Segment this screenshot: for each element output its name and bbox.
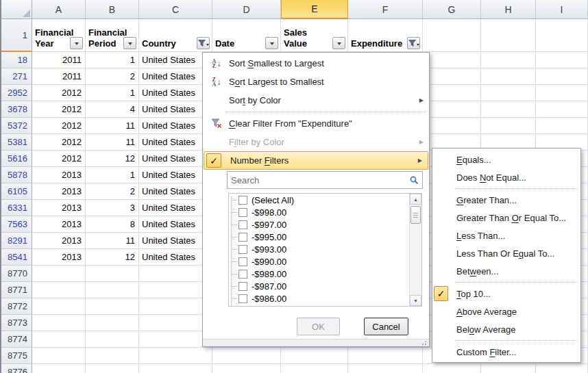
cell-b3678[interactable]: 4 <box>86 101 139 118</box>
cell-i8776[interactable] <box>536 364 588 373</box>
cell-a5616[interactable]: 2012 <box>32 151 86 167</box>
cell-b8776[interactable] <box>86 364 139 373</box>
cell-b2952[interactable]: 1 <box>86 85 139 101</box>
cell-c18[interactable]: United States <box>139 52 212 68</box>
cell-e1-sales-value[interactable]: Sales Value <box>281 19 348 52</box>
cell-g1[interactable] <box>423 19 481 52</box>
row-header-8541[interactable]: 8541 <box>0 249 32 266</box>
cell-e8776[interactable] <box>281 364 348 373</box>
submenu-item-greater-than[interactable]: Greater Than... <box>432 191 580 209</box>
row-header-6105[interactable]: 6105 <box>0 183 32 200</box>
row-header-6331[interactable]: 6331 <box>0 200 32 216</box>
submenu-item-less-than[interactable]: Less Than... <box>432 227 580 244</box>
list-item-990-00[interactable]: -$990.00 <box>229 255 421 268</box>
filter-dropdown-financial-year[interactable] <box>70 37 83 49</box>
checkbox-icon[interactable] <box>238 220 247 229</box>
cell-h2952[interactable] <box>481 85 536 101</box>
cell-d8775[interactable] <box>212 348 281 364</box>
cell-b5878[interactable]: 1 <box>86 167 139 183</box>
list-item-995-00[interactable]: -$995.00 <box>229 231 421 243</box>
resize-grip-icon[interactable] <box>419 340 428 346</box>
cell-a8774[interactable] <box>32 331 86 348</box>
scrollbar-thumb[interactable] <box>411 206 421 224</box>
column-header-g[interactable]: G <box>423 0 481 19</box>
filter-applied-expenditure-button[interactable] <box>407 37 420 49</box>
cell-c5381[interactable]: United States <box>139 134 212 151</box>
row-header-5372[interactable]: 5372 <box>0 118 32 134</box>
cell-a8771[interactable] <box>32 282 86 298</box>
cell-c8770[interactable] <box>139 266 212 282</box>
menu-item-sort-smallest-to-largest[interactable]: AZ↓Sort Smallest to Largest <box>203 54 429 73</box>
cell-g18[interactable] <box>423 52 481 68</box>
row-header-3678[interactable]: 3678 <box>0 101 32 118</box>
cell-d1-date[interactable]: Date <box>212 19 281 52</box>
row-header-18[interactable]: 18 <box>0 52 32 68</box>
cancel-button[interactable]: Cancel <box>364 318 408 335</box>
row-header-5878[interactable]: 5878 <box>0 167 32 183</box>
row-header-5381[interactable]: 5381 <box>0 134 32 151</box>
cell-a8541[interactable]: 2013 <box>32 249 86 266</box>
column-header-i[interactable]: I <box>536 0 588 19</box>
cell-c7563[interactable]: United States <box>139 216 212 233</box>
cell-c5616[interactable]: United States <box>139 151 212 167</box>
cell-a5878[interactable]: 2013 <box>32 167 86 183</box>
checkbox-icon[interactable] <box>238 233 247 242</box>
row-header-271[interactable]: 271 <box>0 68 32 85</box>
cell-a8775[interactable] <box>32 348 86 364</box>
cell-b8774[interactable] <box>86 331 139 348</box>
cell-b6105[interactable]: 2 <box>86 183 139 200</box>
list-scrollbar[interactable]: ▲ ▼ <box>409 194 421 306</box>
scroll-up-icon[interactable]: ▲ <box>410 194 421 205</box>
cell-c6105[interactable]: United States <box>139 183 212 200</box>
cell-c3678[interactable]: United States <box>139 101 212 118</box>
cell-e8775[interactable] <box>281 348 348 364</box>
column-header-c[interactable]: C <box>139 0 212 19</box>
cell-b8291[interactable]: 11 <box>86 233 139 249</box>
row-header-8772[interactable]: 8772 <box>0 298 32 315</box>
cell-f8775[interactable] <box>348 348 423 364</box>
cell-c8776[interactable] <box>139 364 212 373</box>
checkbox-icon[interactable] <box>238 270 247 279</box>
checkbox-icon[interactable] <box>238 294 247 303</box>
cell-c8291[interactable]: United States <box>139 233 212 249</box>
cell-h5372[interactable] <box>481 118 536 134</box>
cell-i271[interactable] <box>536 68 588 85</box>
row-header-8776[interactable]: 8776 <box>0 364 32 373</box>
cell-b5381[interactable]: 11 <box>86 134 139 151</box>
cell-h271[interactable] <box>481 68 536 85</box>
filter-dropdown-date[interactable] <box>265 37 278 49</box>
submenu-item-top-10[interactable]: ✓Top 10... <box>432 285 580 303</box>
cell-a3678[interactable]: 2012 <box>32 101 86 118</box>
cell-b8775[interactable] <box>86 348 139 364</box>
menu-item-sort-largest-to-smallest[interactable]: ZA↓Sort Largest to Smallest <box>203 73 429 91</box>
cell-c5372[interactable]: United States <box>139 118 212 134</box>
row-header-1[interactable]: 1 <box>0 19 32 52</box>
cell-a5372[interactable]: 2012 <box>32 118 86 134</box>
list-item-987-00[interactable]: -$987.00 <box>229 280 421 292</box>
cell-c8541[interactable]: United States <box>139 249 212 266</box>
column-header-f[interactable]: F <box>348 0 423 19</box>
cell-g3678[interactable] <box>423 101 481 118</box>
submenu-item-between[interactable]: Between... <box>432 262 580 280</box>
column-header-d[interactable]: D <box>212 0 281 19</box>
checkbox-icon[interactable] <box>238 208 247 217</box>
column-header-b[interactable]: B <box>86 0 139 19</box>
cell-i18[interactable] <box>536 52 588 68</box>
cell-b1-financial-period[interactable]: Financial Period <box>86 19 139 52</box>
row-header-8770[interactable]: 8770 <box>0 266 32 282</box>
submenu-item-does-not-equal[interactable]: Does Not Equal... <box>432 168 580 186</box>
submenu-item-below-average[interactable]: Below Average <box>432 320 580 338</box>
cell-c8774[interactable] <box>139 331 212 348</box>
cell-g271[interactable] <box>423 68 481 85</box>
submenu-item-above-average[interactable]: Above Average <box>432 303 580 320</box>
row-header-2952[interactable]: 2952 <box>0 85 32 101</box>
cell-a2952[interactable]: 2012 <box>32 85 86 101</box>
cell-a7563[interactable]: 2013 <box>32 216 86 233</box>
list-item-997-00[interactable]: -$997.00 <box>229 218 421 231</box>
list-item-998-00[interactable]: -$998.00 <box>229 206 421 218</box>
cell-c2952[interactable]: United States <box>139 85 212 101</box>
cell-h8776[interactable] <box>481 364 536 373</box>
cell-b271[interactable]: 2 <box>86 68 139 85</box>
cell-c5878[interactable]: United States <box>139 167 212 183</box>
menu-item-clear-filter-from-expenditure[interactable]: Clear Filter From "Expenditure" <box>203 114 429 133</box>
